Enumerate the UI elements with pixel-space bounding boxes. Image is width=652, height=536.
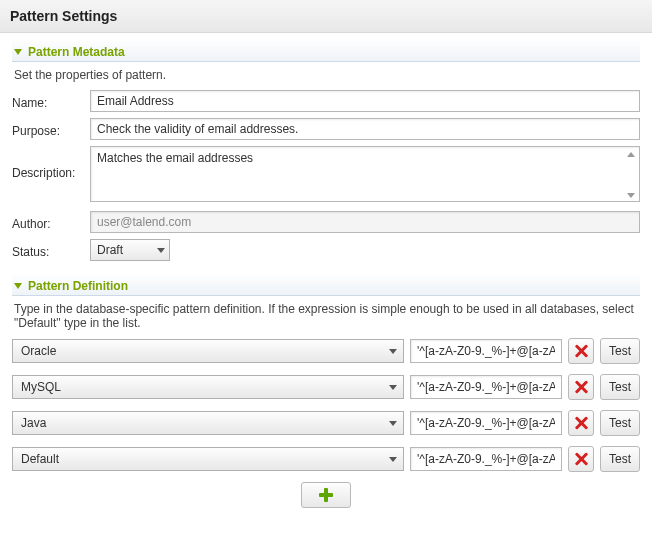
label-purpose: Purpose:	[12, 121, 90, 138]
section-title-definition: Pattern Definition	[28, 279, 128, 293]
section-header-definition[interactable]: Pattern Definition	[12, 275, 640, 296]
db-type-value: Oracle	[21, 344, 56, 358]
plus-icon	[319, 488, 333, 502]
label-status: Status:	[12, 242, 90, 259]
label-description: Description:	[12, 146, 90, 180]
test-button[interactable]: Test	[600, 338, 640, 364]
test-button-label: Test	[609, 452, 631, 466]
main-scroll[interactable]: Pattern Settings Pattern Metadata Set th…	[0, 0, 652, 536]
author-field	[90, 211, 640, 233]
test-button[interactable]: Test	[600, 446, 640, 472]
definition-row: MySQL Test	[12, 374, 640, 400]
content-area: Pattern Metadata Set the properties of p…	[0, 33, 652, 528]
add-button[interactable]	[301, 482, 351, 508]
expression-field[interactable]	[410, 339, 562, 363]
expression-field[interactable]	[410, 375, 562, 399]
section-desc-definition: Type in the database-specific pattern de…	[12, 298, 640, 338]
close-icon	[574, 344, 588, 358]
db-type-select[interactable]: MySQL	[12, 375, 404, 399]
expression-field[interactable]	[410, 411, 562, 435]
description-field[interactable]	[90, 146, 640, 202]
expression-field[interactable]	[410, 447, 562, 471]
test-button-label: Test	[609, 380, 631, 394]
delete-button[interactable]	[568, 446, 594, 472]
chevron-down-icon	[389, 385, 397, 390]
db-type-value: MySQL	[21, 380, 61, 394]
purpose-field[interactable]	[90, 118, 640, 140]
db-type-select[interactable]: Default	[12, 447, 404, 471]
label-name: Name:	[12, 93, 90, 110]
close-icon	[574, 416, 588, 430]
db-type-value: Java	[21, 416, 46, 430]
status-select-value: Draft	[97, 243, 123, 257]
db-type-select[interactable]: Java	[12, 411, 404, 435]
test-button[interactable]: Test	[600, 374, 640, 400]
close-icon	[574, 452, 588, 466]
definition-row: Java Test	[12, 410, 640, 436]
status-select[interactable]: Draft	[90, 239, 170, 261]
chevron-down-icon	[14, 283, 22, 289]
section-desc-metadata: Set the properties of pattern.	[12, 64, 640, 90]
db-type-select[interactable]: Oracle	[12, 339, 404, 363]
page-title-text: Pattern Settings	[10, 8, 117, 24]
definition-row: Default Test	[12, 446, 640, 472]
delete-button[interactable]	[568, 338, 594, 364]
chevron-down-icon	[157, 248, 165, 253]
chevron-down-icon	[389, 349, 397, 354]
db-type-value: Default	[21, 452, 59, 466]
close-icon	[574, 380, 588, 394]
definition-rows: Oracle Test MySQL	[12, 338, 640, 472]
definition-row: Oracle Test	[12, 338, 640, 364]
test-button-label: Test	[609, 344, 631, 358]
page-title: Pattern Settings	[0, 0, 652, 33]
chevron-down-icon	[389, 457, 397, 462]
section-header-metadata[interactable]: Pattern Metadata	[12, 41, 640, 62]
name-field[interactable]	[90, 90, 640, 112]
label-author: Author:	[12, 214, 90, 231]
chevron-down-icon	[389, 421, 397, 426]
test-button-label: Test	[609, 416, 631, 430]
test-button[interactable]: Test	[600, 410, 640, 436]
delete-button[interactable]	[568, 410, 594, 436]
chevron-down-icon	[14, 49, 22, 55]
delete-button[interactable]	[568, 374, 594, 400]
section-title-metadata: Pattern Metadata	[28, 45, 125, 59]
